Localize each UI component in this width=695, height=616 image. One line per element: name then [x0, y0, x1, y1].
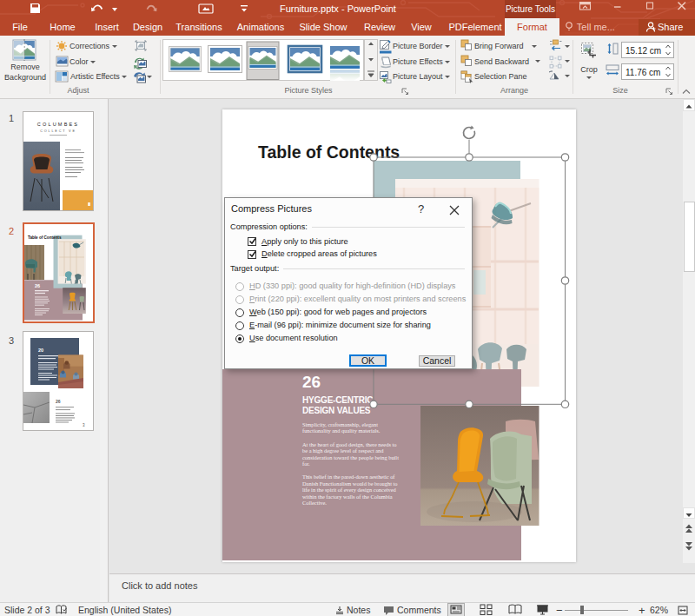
svg-text:3: 3	[83, 423, 85, 427]
svg-text:COLUMBES: COLUMBES	[37, 122, 79, 127]
svg-text:20: 20	[38, 348, 43, 353]
svg-text:COLLECT VE: COLLECT VE	[40, 129, 76, 133]
svg-text:26: 26	[35, 283, 40, 288]
svg-text:Table of Contents: Table of Contents	[28, 235, 62, 240]
svg-text:26: 26	[56, 399, 61, 404]
